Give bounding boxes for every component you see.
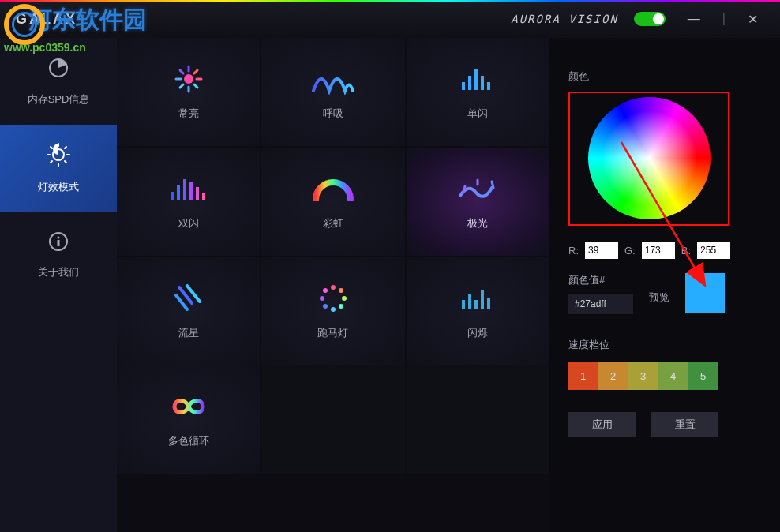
svg-rect-48 xyxy=(487,298,490,309)
mode-tile-breathe[interactable]: 呼吸 xyxy=(261,38,404,146)
svg-line-8 xyxy=(65,147,66,148)
svg-rect-31 xyxy=(196,187,199,200)
mode-tile-empty xyxy=(407,365,549,474)
svg-rect-25 xyxy=(481,76,484,90)
b-input[interactable] xyxy=(697,242,730,259)
svg-rect-44 xyxy=(462,300,465,309)
infinity-icon xyxy=(167,391,211,422)
speed-label: 速度档位 xyxy=(568,338,761,352)
mode-grid: 常亮 呼吸 单闪 双闪 xyxy=(117,38,549,532)
speed-2[interactable]: 2 xyxy=(598,362,628,390)
preview-label: 预览 xyxy=(649,290,669,305)
svg-rect-32 xyxy=(202,193,205,200)
svg-line-20 xyxy=(194,70,197,73)
svg-rect-22 xyxy=(462,82,465,90)
svg-rect-45 xyxy=(468,294,471,309)
color-wheel-highlight xyxy=(568,92,729,226)
sidebar-item-about[interactable]: 关于我们 xyxy=(0,212,117,298)
svg-point-39 xyxy=(339,304,343,309)
speed-1[interactable]: 1 xyxy=(568,362,598,390)
speed-group: 1 2 3 4 5 xyxy=(568,362,761,390)
svg-rect-47 xyxy=(481,290,484,309)
hex-label: 颜色值# xyxy=(568,273,633,287)
minimize-button[interactable]: — xyxy=(681,9,707,29)
mode-tile-rainbow[interactable]: 彩虹 xyxy=(261,148,404,256)
sidebar-item-spd[interactable]: 内存SPD信息 xyxy=(0,38,117,125)
g-input[interactable] xyxy=(642,242,675,259)
svg-point-41 xyxy=(323,304,328,309)
svg-rect-27 xyxy=(171,192,174,200)
svg-point-43 xyxy=(323,288,328,293)
sun-icon xyxy=(171,63,206,95)
reset-button[interactable]: 重置 xyxy=(651,412,718,437)
brand-logo: GALAX xyxy=(16,11,77,28)
mode-tile-twinkle[interactable]: 闪烁 xyxy=(407,257,549,365)
mode-label: 双闪 xyxy=(178,216,199,230)
color-panel: 颜色 R: G: B: 颜色值# 预览 速度档位 1 2 3 xyxy=(549,38,780,532)
mode-label: 极光 xyxy=(467,216,488,230)
sidebar-label: 灯效模式 xyxy=(38,180,79,194)
mode-tile-aurora[interactable]: 极光 xyxy=(407,148,549,256)
mode-label: 呼吸 xyxy=(323,107,343,121)
svg-rect-23 xyxy=(468,76,471,90)
meteor-icon xyxy=(171,283,206,314)
mode-label: 单闪 xyxy=(467,107,488,121)
svg-point-36 xyxy=(331,285,336,290)
light-mode-icon xyxy=(47,143,70,172)
color-preview xyxy=(685,273,725,313)
mode-tile-meteor[interactable]: 流星 xyxy=(117,257,260,365)
svg-rect-29 xyxy=(183,179,186,200)
sidebar: 内存SPD信息 灯效模式 关于我们 xyxy=(0,38,117,532)
svg-line-21 xyxy=(180,84,183,88)
aurora-icon xyxy=(454,173,501,204)
svg-line-7 xyxy=(65,161,66,163)
rainbow-icon xyxy=(312,173,354,204)
bars-icon xyxy=(459,63,496,95)
info-icon xyxy=(48,231,69,257)
close-button[interactable]: ✕ xyxy=(741,9,764,30)
mode-label: 跑马灯 xyxy=(317,326,348,340)
mode-tile-marquee[interactable]: 跑马灯 xyxy=(261,257,404,365)
mode-label: 彩虹 xyxy=(323,216,343,230)
sidebar-item-lighting[interactable]: 灯效模式 xyxy=(0,125,117,212)
mode-label: 流星 xyxy=(178,326,199,340)
product-name: AURORA VISION xyxy=(511,13,618,25)
svg-line-18 xyxy=(180,70,183,73)
title-bar: GALAX AURORA VISION — | ✕ xyxy=(0,0,780,38)
svg-rect-12 xyxy=(58,240,60,246)
dot-circle-icon xyxy=(317,283,349,314)
equalizer-icon xyxy=(169,173,208,204)
svg-line-6 xyxy=(51,147,52,148)
mode-label: 闪烁 xyxy=(467,326,488,340)
svg-point-37 xyxy=(339,288,343,293)
sidebar-label: 关于我们 xyxy=(38,265,79,279)
svg-line-19 xyxy=(194,84,197,88)
sidebar-label: 内存SPD信息 xyxy=(28,92,90,107)
speed-4[interactable]: 4 xyxy=(658,362,688,390)
sparkle-icon xyxy=(459,283,496,314)
svg-point-42 xyxy=(320,296,324,301)
svg-rect-46 xyxy=(474,300,478,309)
mode-tile-static[interactable]: 常亮 xyxy=(117,38,260,146)
speed-5[interactable]: 5 xyxy=(688,362,718,390)
speed-3[interactable]: 3 xyxy=(628,362,658,390)
b-label: B: xyxy=(681,245,691,257)
color-wheel[interactable] xyxy=(588,97,711,219)
svg-point-40 xyxy=(331,307,336,312)
apply-button[interactable]: 应用 xyxy=(568,412,636,437)
hex-input[interactable] xyxy=(568,294,633,314)
svg-rect-24 xyxy=(474,69,478,90)
power-toggle[interactable] xyxy=(634,12,666,26)
svg-rect-26 xyxy=(487,82,490,90)
svg-rect-28 xyxy=(177,185,180,200)
mode-tile-single-flash[interactable]: 单闪 xyxy=(407,38,549,146)
pie-icon xyxy=(47,57,69,84)
mode-tile-multicolor[interactable]: 多色循环 xyxy=(117,365,260,474)
g-label: G: xyxy=(624,245,636,257)
mode-tile-double-flash[interactable]: 双闪 xyxy=(117,148,260,256)
r-label: R: xyxy=(568,245,579,257)
wave-icon xyxy=(309,63,357,95)
svg-point-38 xyxy=(342,296,347,301)
r-input[interactable] xyxy=(585,242,618,259)
svg-rect-30 xyxy=(189,182,193,200)
